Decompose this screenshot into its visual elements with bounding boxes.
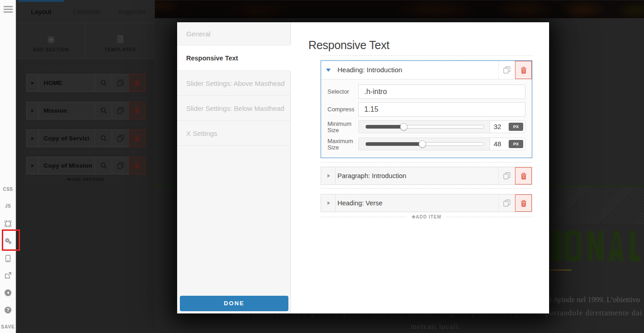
svg-text:?: ? — [6, 308, 9, 313]
